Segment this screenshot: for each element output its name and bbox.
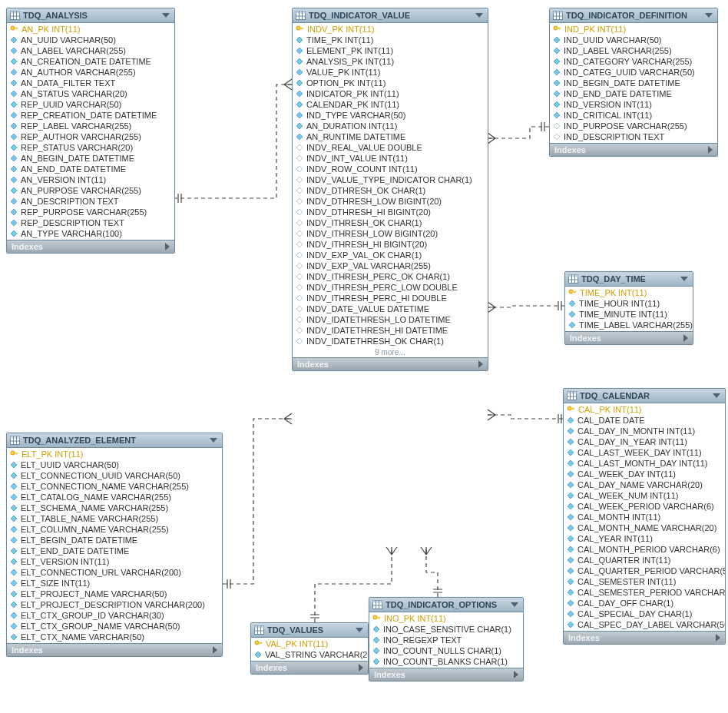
column-row[interactable]: INDV_ITHRESH_PERC_OK CHAR(1) <box>293 271 488 282</box>
column-row[interactable]: REP_CREATION_DATE DATETIME <box>7 110 174 121</box>
column-row[interactable]: IND_PK INT(11) <box>550 24 717 35</box>
column-row[interactable]: CAL_DATE DATE <box>564 415 725 426</box>
table-header[interactable]: TDQ_INDICATOR_DEFINITION <box>550 8 717 23</box>
column-row[interactable]: AN_DURATION INT(11) <box>293 121 488 131</box>
column-row[interactable]: CAL_WEEK_NUM INT(11) <box>564 490 725 501</box>
column-row[interactable]: INDV_PK INT(11) <box>293 24 488 35</box>
column-row[interactable]: AN_AUTHOR VARCHAR(255) <box>7 67 174 78</box>
column-row[interactable]: REP_LABEL VARCHAR(255) <box>7 121 174 131</box>
column-row[interactable]: INDV_IDATETHRESH_LO DATETIME <box>293 314 488 325</box>
chevron-right-icon[interactable] <box>716 634 720 642</box>
column-row[interactable]: CAL_DAY_IN_YEAR INT(11) <box>564 436 725 447</box>
column-row[interactable]: IND_END_DATE DATETIME <box>550 88 717 99</box>
column-row[interactable]: CAL_WEEK_PERIOD VARCHAR(6) <box>564 501 725 512</box>
column-row[interactable]: AN_PURPOSE VARCHAR(255) <box>7 185 174 196</box>
more-indicator[interactable]: 9 more... <box>293 347 488 356</box>
column-row[interactable]: TIME_PK INT(11) <box>293 35 488 45</box>
column-row[interactable]: INDV_REAL_VALUE DOUBLE <box>293 142 488 153</box>
column-row[interactable]: ELT_COLUMN_NAME VARCHAR(255) <box>7 524 222 535</box>
column-row[interactable]: IND_LABEL VARCHAR(255) <box>550 45 717 56</box>
table-tdq-indicator-options[interactable]: TDQ_INDICATOR_OPTIONSINO_PK INT(11)INO_C… <box>369 597 524 681</box>
column-row[interactable]: ELT_CATALOG_NAME VARCHAR(255) <box>7 492 222 502</box>
column-row[interactable]: ELT_CTX_NAME VARCHAR(50) <box>7 632 222 642</box>
column-row[interactable]: ELT_TABLE_NAME VARCHAR(255) <box>7 513 222 524</box>
column-row[interactable]: ELT_PROJECT_DESCRIPTION VARCHAR(200) <box>7 599 222 610</box>
column-row[interactable]: INDV_ITHRESH_HI BIGINT(20) <box>293 239 488 250</box>
column-row[interactable]: AN_STATUS VARCHAR(20) <box>7 88 174 99</box>
chevron-down-icon[interactable] <box>705 13 713 18</box>
column-row[interactable]: REP_STATUS VARCHAR(20) <box>7 142 174 153</box>
column-row[interactable]: ELT_SCHEMA_NAME VARCHAR(255) <box>7 502 222 513</box>
chevron-down-icon[interactable] <box>356 628 363 632</box>
column-row[interactable]: INDV_ITHRESH_OK CHAR(1) <box>293 217 488 228</box>
indexes-footer[interactable]: Indexes <box>293 357 488 370</box>
column-row[interactable]: CAL_SEMESTER INT(11) <box>564 576 725 587</box>
column-row[interactable]: CAL_YEAR INT(11) <box>564 533 725 544</box>
column-row[interactable]: REP_PURPOSE VARCHAR(255) <box>7 207 174 217</box>
column-row[interactable]: AN_LABEL VARCHAR(255) <box>7 45 174 56</box>
column-row[interactable]: CAL_DAY_IN_MONTH INT(11) <box>564 426 725 436</box>
column-row[interactable]: INDV_EXP_VAL VARCHAR(255) <box>293 260 488 271</box>
column-row[interactable]: IND_VERSION INT(11) <box>550 99 717 110</box>
column-row[interactable]: CAL_DAY_OFF CHAR(1) <box>564 598 725 609</box>
table-header[interactable]: TDQ_DAY_TIME <box>565 272 693 287</box>
column-row[interactable]: CAL_LAST_MONTH_DAY INT(11) <box>564 458 725 469</box>
table-tdq-indicator-value[interactable]: TDQ_INDICATOR_VALUEINDV_PK INT(11)TIME_P… <box>292 8 488 371</box>
column-row[interactable]: TIME_PK INT(11) <box>565 287 693 298</box>
column-row[interactable]: AN_UUID VARCHAR(50) <box>7 35 174 45</box>
chevron-right-icon[interactable] <box>683 334 688 342</box>
indexes-footer[interactable]: Indexes <box>7 240 174 253</box>
column-row[interactable]: CAL_MONTH INT(11) <box>564 512 725 522</box>
chevron-right-icon[interactable] <box>478 360 483 368</box>
column-row[interactable]: IND_CATEGORY VARCHAR(255) <box>550 56 717 67</box>
column-row[interactable]: ELT_CTX_GROUP_NAME VARCHAR(50) <box>7 621 222 632</box>
column-row[interactable]: ELT_CONNECTION_UUID VARCHAR(50) <box>7 470 222 481</box>
column-row[interactable]: VAL_STRING VARCHAR(255) <box>251 649 368 660</box>
column-row[interactable]: INO_COUNT_BLANKS CHAR(1) <box>369 656 523 667</box>
column-row[interactable]: CAL_SEMESTER_PERIOD VARCHAR(6) <box>564 587 725 598</box>
indexes-footer[interactable]: Indexes <box>550 143 717 156</box>
column-row[interactable]: INDV_DATE_VALUE DATETIME <box>293 303 488 314</box>
column-row[interactable]: AN_PK INT(11) <box>7 24 174 35</box>
column-row[interactable]: ELT_CONNECTION_URL VARCHAR(200) <box>7 567 222 578</box>
column-row[interactable]: TIME_MINUTE INT(11) <box>565 309 693 320</box>
column-row[interactable]: ELT_CTX_GROUP_ID VARCHAR(30) <box>7 610 222 621</box>
column-row[interactable]: IND_DESCRIPTION TEXT <box>550 131 717 142</box>
column-row[interactable]: CAL_LAST_WEEK_DAY INT(11) <box>564 447 725 458</box>
column-row[interactable]: INDV_DTHRESH_HI BIGINT(20) <box>293 207 488 217</box>
column-row[interactable]: REP_DESCRIPTION TEXT <box>7 217 174 228</box>
table-header[interactable]: TDQ_VALUES <box>251 623 368 638</box>
column-row[interactable]: ELT_CONNECTION_NAME VARCHAR(255) <box>7 481 222 492</box>
column-row[interactable]: INDV_EXP_VAL_OK CHAR(1) <box>293 250 488 260</box>
column-row[interactable]: INDV_DTHRESH_LOW BIGINT(20) <box>293 196 488 207</box>
column-row[interactable]: OPTION_PK INT(11) <box>293 78 488 88</box>
column-row[interactable]: INDV_INT_VALUE INT(11) <box>293 153 488 164</box>
column-row[interactable]: INO_CASE_SENSITIVE CHAR(1) <box>369 624 523 635</box>
column-row[interactable]: IND_CRITICAL INT(11) <box>550 110 717 121</box>
column-row[interactable]: VALUE_PK INT(11) <box>293 67 488 78</box>
table-header[interactable]: TDQ_INDICATOR_OPTIONS <box>369 598 523 612</box>
column-row[interactable]: AN_CREATION_DATE DATETIME <box>7 56 174 67</box>
table-header[interactable]: TDQ_INDICATOR_VALUE <box>293 8 488 23</box>
indexes-footer[interactable]: Indexes <box>7 643 222 656</box>
chevron-right-icon[interactable] <box>359 664 363 672</box>
column-row[interactable]: VAL_PK INT(11) <box>251 638 368 649</box>
table-tdq-indicator-definition[interactable]: TDQ_INDICATOR_DEFINITIONIND_PK INT(11)IN… <box>549 8 718 157</box>
table-tdq-analysis[interactable]: TDQ_ANALYSISAN_PK INT(11)AN_UUID VARCHAR… <box>6 8 175 254</box>
column-row[interactable]: CAL_SPEC_DAY_LABEL VARCHAR(50) <box>564 619 725 630</box>
column-row[interactable]: IND_UUID VARCHAR(50) <box>550 35 717 45</box>
column-row[interactable]: ANALYSIS_PK INT(11) <box>293 56 488 67</box>
table-tdq-analyzed-element[interactable]: TDQ_ANALYZED_ELEMENTELT_PK INT(11)ELT_UU… <box>6 433 223 657</box>
chevron-down-icon[interactable] <box>680 277 688 281</box>
column-row[interactable]: REP_UUID VARCHAR(50) <box>7 99 174 110</box>
column-row[interactable]: AN_RUNTIME DATETIME <box>293 131 488 142</box>
column-row[interactable]: ELT_SIZE INT(11) <box>7 578 222 589</box>
column-row[interactable]: CAL_WEEK_DAY INT(11) <box>564 469 725 479</box>
column-row[interactable]: AN_TYPE VARCHAR(100) <box>7 228 174 239</box>
column-row[interactable]: ELT_PROJECT_NAME VARCHAR(50) <box>7 589 222 599</box>
chevron-down-icon[interactable] <box>511 602 518 607</box>
column-row[interactable]: ELT_PK INT(11) <box>7 449 222 459</box>
column-row[interactable]: IND_TYPE VARCHAR(50) <box>293 110 488 121</box>
indexes-footer[interactable]: Indexes <box>564 631 725 644</box>
column-row[interactable]: INDV_ITHRESH_PERC_HI DOUBLE <box>293 293 488 303</box>
